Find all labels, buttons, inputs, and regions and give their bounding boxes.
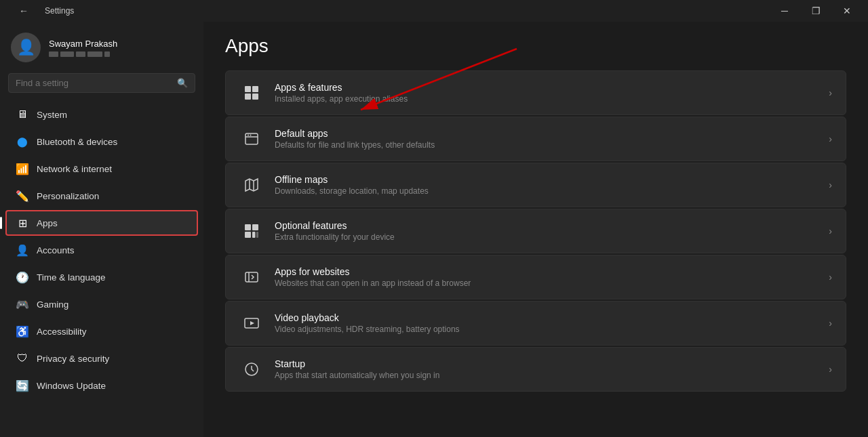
bluetooth-icon: ⬤ (16, 136, 28, 148)
setting-offline-maps[interactable]: Offline maps Downloads, storage location… (225, 163, 846, 207)
sidebar-item-gaming[interactable]: 🎮 Gaming (5, 291, 198, 317)
svg-rect-5 (252, 93, 258, 100)
svg-rect-12 (245, 224, 251, 230)
profile-bars (49, 51, 117, 57)
sidebar-item-network[interactable]: 📶 Network & internet (5, 156, 198, 182)
sidebar-item-label: Gaming (37, 299, 68, 310)
setting-left: Video playback Video adjustments, HDR st… (239, 311, 460, 335)
back-button[interactable]: ← (8, 0, 39, 22)
chevron-right-icon: › (829, 226, 832, 236)
svg-rect-15 (252, 232, 256, 238)
setting-text: Offline maps Downloads, storage location… (275, 174, 429, 196)
network-icon: 📶 (16, 163, 28, 175)
app-title: Settings (45, 6, 74, 16)
sidebar-item-personalization[interactable]: ✏️ Personalization (5, 183, 198, 209)
bar (60, 51, 74, 57)
profile-info: Swayam Prakash (49, 39, 117, 57)
sidebar-item-label: Time & language (37, 272, 106, 283)
apps-features-icon (239, 81, 264, 105)
setting-title: Default apps (275, 128, 435, 139)
avatar: 👤 (11, 33, 41, 62)
gaming-icon: 🎮 (16, 298, 28, 310)
minimize-button[interactable]: ─ (769, 0, 800, 22)
profile-section[interactable]: 👤 Swayam Prakash (0, 22, 203, 70)
svg-point-9 (250, 135, 252, 136)
main-layout: 👤 Swayam Prakash 🔍 🖥 System (0, 22, 868, 437)
search-icon: 🔍 (177, 78, 188, 88)
setting-desc: Video adjustments, HDR streaming, batter… (275, 325, 460, 334)
maximize-button[interactable]: ❐ (800, 0, 831, 22)
apps-icon: ⊞ (16, 217, 28, 229)
bar (87, 51, 102, 57)
setting-title: Apps & features (275, 82, 408, 93)
setting-default-apps[interactable]: Default apps Defaults for file and link … (225, 117, 846, 161)
sidebar-item-bluetooth[interactable]: ⬤ Bluetooth & devices (5, 129, 198, 154)
sidebar-item-accessibility[interactable]: ♿ Accessibility (5, 318, 198, 344)
sidebar-item-label: Privacy & security (37, 354, 109, 364)
window-controls: ─ ❐ ✕ (769, 0, 863, 22)
setting-text: Optional features Extra functionality fo… (275, 220, 395, 242)
chevron-right-icon: › (829, 87, 832, 98)
sidebar-item-label: Personalization (37, 191, 99, 201)
sidebar-item-label: System (37, 110, 67, 120)
update-icon: 🔄 (16, 379, 28, 392)
setting-title: Startup (275, 358, 439, 369)
sidebar-item-accounts[interactable]: 👤 Accounts (5, 237, 198, 263)
settings-list: Apps & features Installed apps, app exec… (225, 70, 846, 392)
setting-left: Apps for websites Websites that can open… (239, 265, 471, 289)
setting-left: Offline maps Downloads, storage location… (239, 173, 429, 197)
setting-apps-websites[interactable]: Apps for websites Websites that can open… (225, 255, 846, 299)
setting-text: Apps for websites Websites that can open… (275, 266, 471, 288)
svg-rect-4 (245, 93, 251, 100)
accessibility-icon: ♿ (16, 325, 28, 337)
time-icon: 🕐 (16, 271, 28, 283)
setting-desc: Extra functionality for your device (275, 232, 395, 242)
setting-left: Default apps Defaults for file and link … (239, 127, 435, 151)
setting-text: Video playback Video adjustments, HDR st… (275, 312, 460, 334)
close-button[interactable]: ✕ (831, 0, 863, 22)
bar (104, 51, 110, 57)
setting-apps-features[interactable]: Apps & features Installed apps, app exec… (225, 70, 846, 115)
sidebar-item-apps[interactable]: ⊞ Apps (5, 210, 198, 236)
apps-websites-icon (239, 265, 264, 289)
svg-rect-13 (252, 224, 258, 230)
setting-title: Offline maps (275, 174, 429, 185)
setting-optional-features[interactable]: Optional features Extra functionality fo… (225, 209, 846, 253)
sidebar-item-label: Network & internet (37, 164, 112, 174)
sidebar-item-system[interactable]: 🖥 System (5, 102, 198, 127)
bar (76, 51, 85, 57)
setting-text: Apps & features Installed apps, app exec… (275, 82, 408, 104)
svg-rect-16 (256, 232, 258, 238)
setting-title: Optional features (275, 220, 395, 231)
setting-desc: Downloads, storage location, map updates (275, 186, 429, 196)
setting-startup[interactable]: Startup Apps that start automatically wh… (225, 347, 846, 392)
setting-video-playback[interactable]: Video playback Video adjustments, HDR st… (225, 301, 846, 346)
chevron-right-icon: › (829, 318, 832, 329)
bar (49, 51, 58, 57)
sidebar-item-privacy[interactable]: 🛡 Privacy & security (5, 346, 198, 371)
setting-desc: Defaults for file and link types, other … (275, 140, 435, 150)
default-apps-icon (239, 127, 264, 151)
setting-left: Startup Apps that start automatically wh… (239, 357, 439, 381)
page-title: Apps (225, 35, 846, 57)
sidebar-item-label: Accounts (37, 245, 75, 255)
search-box[interactable]: 🔍 (8, 73, 195, 93)
chevron-right-icon: › (829, 133, 832, 144)
sidebar-item-update[interactable]: 🔄 Windows Update (5, 373, 198, 398)
setting-left: Optional features Extra functionality fo… (239, 219, 395, 243)
accounts-icon: 👤 (16, 244, 28, 256)
svg-rect-3 (252, 86, 258, 92)
privacy-icon: 🛡 (16, 352, 28, 365)
setting-left: Apps & features Installed apps, app exec… (239, 81, 408, 105)
titlebar-left: ← Settings (8, 0, 74, 22)
sidebar-item-time[interactable]: 🕐 Time & language (5, 264, 198, 290)
system-icon: 🖥 (16, 108, 28, 121)
svg-rect-17 (245, 272, 258, 282)
sidebar-item-label: Bluetooth & devices (37, 137, 117, 147)
setting-desc: Installed apps, app execution aliases (275, 94, 408, 104)
svg-point-8 (248, 135, 249, 136)
setting-title: Apps for websites (275, 266, 471, 277)
chevron-right-icon: › (829, 272, 832, 283)
titlebar: ← Settings ─ ❐ ✕ (0, 0, 868, 22)
search-input[interactable] (16, 78, 172, 88)
